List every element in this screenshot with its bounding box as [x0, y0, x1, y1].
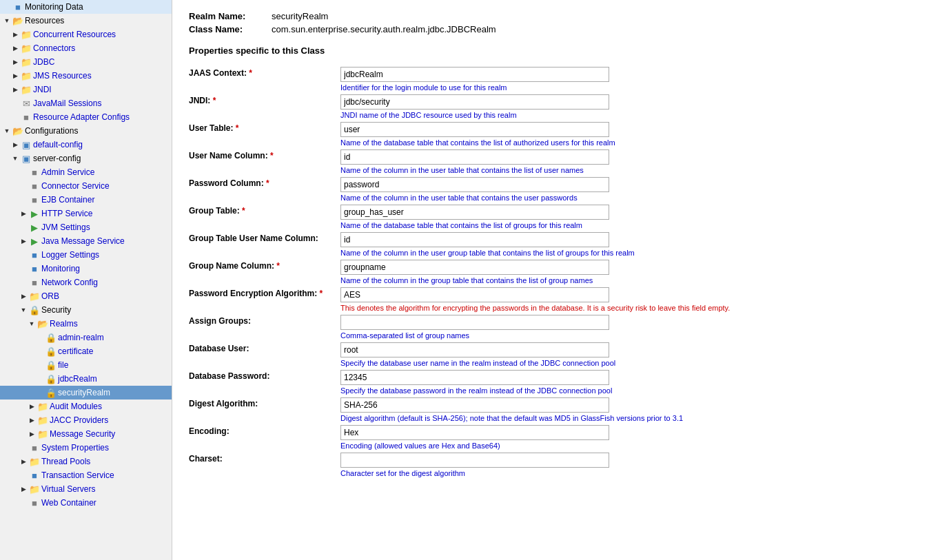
field-row-6: Group Table User Name Column:Name of the…	[189, 229, 912, 257]
field-input-1[interactable]	[340, 94, 609, 110]
sidebar-item-thread-pools[interactable]: ▶📁Thread Pools	[0, 455, 172, 468]
sidebar-item-logger-settings[interactable]: ▪■Logger Settings	[0, 248, 172, 262]
sidebar-item-resource-adapter-configs[interactable]: ▪■Resource Adapter Configs	[0, 110, 172, 124]
sidebar-item-network-config[interactable]: ▪■Network Config	[0, 276, 172, 289]
sidebar-label-jacc-providers: JACC Providers	[50, 415, 108, 425]
expand-icon-connectors[interactable]: ▶	[11, 44, 19, 52]
sidebar-item-admin-realm[interactable]: ▪🔒admin-realm	[0, 331, 172, 344]
field-input-7[interactable]	[340, 260, 609, 275]
expand-icon-securityRealm[interactable]: ▪	[36, 388, 44, 397]
expand-icon-web-container[interactable]: ▪	[19, 499, 28, 507]
sidebar-item-java-message-service[interactable]: ▶▶Java Message Service	[0, 234, 172, 248]
expand-icon-jms-resources[interactable]: ▶	[11, 72, 19, 80]
field-input-5[interactable]	[340, 205, 609, 220]
sidebar-item-jvm-settings[interactable]: ▪▶JVM Settings	[0, 220, 172, 234]
expand-icon-certificate[interactable]: ▪	[36, 347, 44, 355]
server-icon: ▣	[21, 139, 32, 150]
sidebar-item-javamail-sessions[interactable]: ▪✉JavaMail Sessions	[0, 96, 172, 110]
expand-icon-thread-pools[interactable]: ▶	[19, 457, 28, 466]
expand-icon-system-properties[interactable]: ▪	[19, 444, 28, 452]
expand-icon-virtual-servers[interactable]: ▶	[19, 485, 28, 493]
sidebar-item-http-service[interactable]: ▶▶HTTP Service	[0, 207, 172, 220]
sidebar-item-configurations[interactable]: ▼📂Configurations	[0, 124, 172, 138]
sidebar-item-system-properties[interactable]: ▪■System Properties	[0, 441, 172, 455]
sidebar-item-connectors[interactable]: ▶📁Connectors	[0, 41, 172, 55]
expand-icon-logger-settings[interactable]: ▪	[19, 251, 28, 259]
field-label-11: Database Password:	[189, 367, 340, 395]
field-input-6[interactable]	[340, 232, 609, 247]
expand-icon-jdbcRealm[interactable]: ▪	[36, 375, 44, 383]
sidebar-item-ejb-container[interactable]: ▪■EJB Container	[0, 193, 172, 207]
sidebar-item-monitoring[interactable]: ▪■Monitoring	[0, 262, 172, 276]
expand-icon-audit-modules[interactable]: ▶	[28, 402, 36, 411]
expand-icon-jndi[interactable]: ▶	[11, 85, 19, 94]
field-input-9[interactable]	[340, 315, 609, 330]
sidebar-label-monitoring: Monitoring	[41, 264, 80, 273]
expand-icon-realms[interactable]: ▼	[28, 320, 36, 328]
field-hint-10: Specify the database user name in the re…	[340, 359, 908, 367]
expand-icon-monitoring-data[interactable]: ▪	[3, 3, 11, 11]
field-input-0[interactable]	[340, 67, 609, 82]
sidebar-item-jms-resources[interactable]: ▶📁JMS Resources	[0, 69, 172, 83]
expand-icon-resource-adapter-configs[interactable]: ▪	[11, 113, 19, 121]
sidebar-item-audit-modules[interactable]: ▶📁Audit Modules	[0, 400, 172, 413]
expand-icon-java-message-service[interactable]: ▶	[19, 237, 28, 245]
expand-icon-jacc-providers[interactable]: ▶	[28, 416, 36, 424]
sidebar-item-securityRealm[interactable]: ▪🔒securityRealm	[0, 386, 172, 400]
sidebar-item-jndi[interactable]: ▶📁JNDI	[0, 83, 172, 96]
expand-icon-transaction-service[interactable]: ▪	[19, 471, 28, 479]
sidebar-item-jdbc[interactable]: ▶📁JDBC	[0, 55, 172, 69]
field-input-13[interactable]	[340, 425, 609, 440]
field-input-12[interactable]	[340, 397, 609, 413]
field-input-10[interactable]	[340, 342, 609, 357]
expand-icon-monitoring[interactable]: ▪	[19, 265, 28, 273]
sidebar-item-jdbcRealm[interactable]: ▪🔒jdbcRealm	[0, 372, 172, 386]
expand-icon-admin-service[interactable]: ▪	[19, 168, 28, 176]
expand-icon-connector-service[interactable]: ▪	[19, 182, 28, 190]
field-input-8[interactable]	[340, 287, 609, 302]
sidebar-item-monitoring-data[interactable]: ▪■Monitoring Data	[0, 0, 172, 14]
sidebar-item-default-config[interactable]: ▶▣default-config	[0, 138, 172, 152]
sidebar-item-server-config[interactable]: ▼▣server-config	[0, 152, 172, 165]
sidebar-item-web-container[interactable]: ▪■Web Container	[0, 496, 172, 510]
field-input-11[interactable]	[340, 370, 609, 385]
expand-icon-javamail-sessions[interactable]: ▪	[11, 99, 19, 107]
field-input-4[interactable]	[340, 177, 609, 192]
expand-icon-configurations[interactable]: ▼	[3, 127, 11, 135]
expand-icon-resources[interactable]: ▼	[3, 17, 11, 25]
expand-icon-message-security[interactable]: ▶	[28, 430, 36, 438]
field-input-cell-10: Specify the database user name in the re…	[340, 340, 912, 367]
field-input-14[interactable]	[340, 453, 609, 468]
sidebar-item-transaction-service[interactable]: ▪■Transaction Service	[0, 468, 172, 482]
sidebar-item-resources[interactable]: ▼📂Resources	[0, 14, 172, 28]
sidebar-item-file[interactable]: ▪🔒file	[0, 358, 172, 372]
expand-icon-default-config[interactable]: ▶	[11, 141, 19, 149]
field-input-2[interactable]	[340, 122, 609, 137]
expand-icon-network-config[interactable]: ▪	[19, 278, 28, 287]
field-input-3[interactable]	[340, 149, 609, 165]
sidebar-item-orb[interactable]: ▶📁ORB	[0, 289, 172, 303]
field-label-9: Assign Groups:	[189, 312, 340, 340]
expand-icon-server-config[interactable]: ▼	[11, 154, 19, 163]
expand-icon-jdbc[interactable]: ▶	[11, 58, 19, 66]
sidebar-label-securityRealm: securityRealm	[58, 388, 110, 397]
expand-icon-http-service[interactable]: ▶	[19, 209, 28, 218]
sidebar-label-resources: Resources	[25, 16, 64, 25]
sidebar-item-concurrent-resources[interactable]: ▶📁Concurrent Resources	[0, 28, 172, 41]
expand-icon-ejb-container[interactable]: ▪	[19, 196, 28, 204]
sidebar-item-virtual-servers[interactable]: ▶📁Virtual Servers	[0, 482, 172, 496]
expand-icon-concurrent-resources[interactable]: ▶	[11, 30, 19, 39]
sidebar-item-message-security[interactable]: ▶📁Message Security	[0, 427, 172, 441]
sidebar-item-security[interactable]: ▼🔒Security	[0, 303, 172, 317]
field-hint-0: Identifier for the login module to use f…	[340, 83, 908, 92]
sidebar-item-certificate[interactable]: ▪🔒certificate	[0, 344, 172, 358]
sidebar-item-jacc-providers[interactable]: ▶📁JACC Providers	[0, 413, 172, 427]
sidebar-item-connector-service[interactable]: ▪■Connector Service	[0, 179, 172, 193]
sidebar-item-realms[interactable]: ▼📂Realms	[0, 317, 172, 331]
expand-icon-admin-realm[interactable]: ▪	[36, 333, 44, 342]
expand-icon-security[interactable]: ▼	[19, 306, 28, 314]
expand-icon-orb[interactable]: ▶	[19, 292, 28, 300]
expand-icon-file[interactable]: ▪	[36, 361, 44, 369]
expand-icon-jvm-settings[interactable]: ▪	[19, 223, 28, 231]
sidebar-item-admin-service[interactable]: ▪■Admin Service	[0, 165, 172, 179]
